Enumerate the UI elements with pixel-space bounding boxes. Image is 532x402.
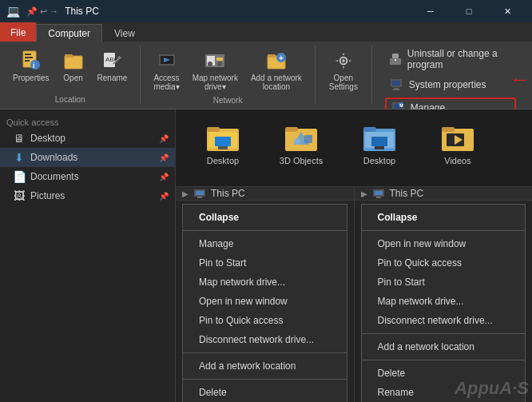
properties-button[interactable]: i Properties <box>8 46 54 86</box>
left-pane: ▶ This PC Collapse Manage Pin to Start M… <box>176 186 355 402</box>
properties-label: Properties <box>13 74 50 82</box>
location-group-label: Location <box>55 95 85 104</box>
ctx1-collapse[interactable]: Collapse <box>183 208 347 227</box>
ribbon-tabs: File Computer View <box>0 22 532 42</box>
sidebar-pictures-label: Pictures <box>30 190 65 201</box>
pictures-icon: 🖼 <box>13 189 26 202</box>
ctx2-collapse[interactable]: Collapse <box>362 208 526 227</box>
ctx2-sep2 <box>362 333 526 334</box>
close-button[interactable]: ✕ <box>489 0 526 22</box>
svg-rect-21 <box>268 54 276 58</box>
svg-rect-45 <box>285 127 298 132</box>
this-pc-icon-left <box>193 187 206 200</box>
ctx1-disconnect[interactable]: Disconnect network drive... <box>183 330 347 349</box>
sidebar-downloads-label: Downloads <box>30 152 77 163</box>
videos-label: Videos <box>444 156 470 165</box>
pin-icon: 📌 <box>159 134 169 143</box>
folder-desktop[interactable]: Desktop <box>187 121 259 169</box>
svg-rect-42 <box>215 137 231 146</box>
ctx2-pin-start[interactable]: Pin to Start <box>362 273 526 292</box>
ctx1-manage[interactable]: Manage <box>183 234 347 253</box>
ctx2-delete[interactable]: Delete <box>362 364 526 383</box>
system-properties-label: System properties <box>409 79 486 90</box>
ribbon-content: i Properties Open ABC <box>0 42 532 109</box>
ctx2-rename[interactable]: Rename <box>362 383 526 402</box>
folder-3d-objects[interactable]: 3D Objects <box>265 121 337 169</box>
ctx1-add-network[interactable]: Add a network location <box>183 356 347 376</box>
sidebar-item-downloads[interactable]: ⬇ Downloads 📌 <box>0 148 175 167</box>
title-bar-controls: ─ □ ✕ <box>412 0 526 22</box>
access-media-label: Accessmedia▾ <box>153 74 179 91</box>
sidebar-item-pictures[interactable]: 🖼 Pictures 📌 <box>0 186 175 205</box>
svg-text:+: + <box>279 54 284 62</box>
downloads-icon: ⬇ <box>13 151 26 164</box>
svg-text:i: i <box>33 62 35 70</box>
location-buttons: i Properties Open ABC <box>8 46 132 86</box>
right-chevron: ▶ <box>361 189 367 198</box>
svg-rect-17 <box>216 58 223 61</box>
system-items: Uninstall or change a program System pro… <box>380 46 516 118</box>
desktop-icon: 🖥 <box>13 132 26 145</box>
map-network-drive-button[interactable]: Map networkdrive▾ <box>188 46 243 94</box>
svg-rect-31 <box>394 88 399 90</box>
svg-rect-52 <box>371 137 387 146</box>
ctx2-add-network[interactable]: Add a network location <box>362 337 526 356</box>
svg-point-19 <box>208 62 212 66</box>
right-pane-title: This PC <box>390 188 424 199</box>
network-group-label: Network <box>213 96 243 105</box>
svg-rect-62 <box>375 191 383 195</box>
ctx1-delete[interactable]: Delete <box>183 383 347 402</box>
minimize-button[interactable]: ─ <box>412 0 449 22</box>
ctx2-disconnect[interactable]: Disconnect network drive... <box>362 311 526 330</box>
ctx1-map-drive[interactable]: Map network drive... <box>183 273 347 292</box>
ctx2-sep1 <box>362 230 526 231</box>
ctx2-pin-quick[interactable]: Pin to Quick access <box>362 253 526 273</box>
rename-button[interactable]: ABC Rename <box>93 46 133 86</box>
ctx1-sep2 <box>183 352 347 353</box>
ctx1-pin-start[interactable]: Pin to Start <box>183 253 347 273</box>
ctx1-sep1 <box>183 230 347 231</box>
svg-text:M: M <box>399 103 403 108</box>
ctx2-map-drive[interactable]: Map network drive... <box>362 292 526 311</box>
maximize-button[interactable]: □ <box>451 0 487 22</box>
add-network-location-button[interactable]: + Add a networklocation <box>246 46 307 94</box>
svg-point-18 <box>217 62 222 66</box>
add-network-icon: + <box>265 50 288 72</box>
videos-folder-icon <box>442 124 474 153</box>
svg-rect-43 <box>218 146 228 149</box>
tab-view[interactable]: View <box>102 24 147 42</box>
svg-rect-30 <box>392 81 400 86</box>
map-drive-label: Map networkdrive▾ <box>193 74 238 91</box>
ctx1-pin-quick[interactable]: Pin to Quick access <box>183 311 347 330</box>
ctx2-open-new[interactable]: Open in new window <box>362 234 526 253</box>
folder-desktop2[interactable]: Desktop <box>343 121 415 169</box>
svg-rect-32 <box>392 90 400 90</box>
svg-rect-7 <box>65 54 73 58</box>
open-settings-button[interactable]: OpenSettings <box>324 46 363 94</box>
left-pane-title: This PC <box>211 188 245 199</box>
sidebar-item-desktop[interactable]: 🖥 Desktop 📌 <box>0 129 175 148</box>
desktop-folder-icon <box>207 124 239 153</box>
tab-computer[interactable]: Computer <box>36 24 102 42</box>
uninstall-label: Uninstall or change a program <box>407 48 513 70</box>
svg-rect-53 <box>375 146 384 149</box>
title-bar-icon: 💻 <box>6 5 20 18</box>
pin-icon4: 📌 <box>159 192 169 201</box>
title-bar: 💻 📌 ↩ → This PC ─ □ ✕ <box>0 0 532 22</box>
pin-icon3: 📌 <box>159 173 169 181</box>
uninstall-item[interactable]: Uninstall or change a program <box>385 46 516 72</box>
ctx1-open-new[interactable]: Open in new window <box>183 292 347 311</box>
desktop2-label: Desktop <box>363 156 395 165</box>
access-media-button[interactable]: Accessmedia▾ <box>149 46 184 94</box>
svg-rect-6 <box>65 56 82 69</box>
system-properties-item[interactable]: System properties <box>385 75 516 94</box>
folder-videos[interactable]: Videos <box>422 121 494 169</box>
svg-rect-50 <box>363 127 376 132</box>
add-network-label: Add a networklocation <box>251 74 302 91</box>
svg-point-4 <box>30 60 40 70</box>
sidebar-item-documents[interactable]: 📄 Documents 📌 <box>0 167 175 186</box>
left-chevron: ▶ <box>182 189 189 198</box>
open-button[interactable]: Open <box>58 46 89 86</box>
tab-file[interactable]: File <box>0 22 36 42</box>
quick-access-label: Quick access <box>0 114 175 129</box>
